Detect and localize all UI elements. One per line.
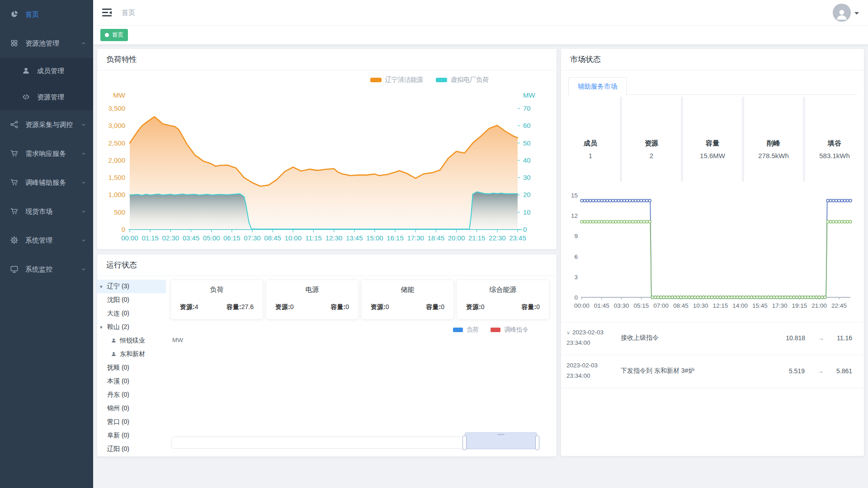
sidebar-subitem-label: 成员管理 <box>37 67 87 75</box>
gear-icon <box>10 236 19 245</box>
svg-text:05:00: 05:00 <box>203 234 220 242</box>
sidebar: 首页资源池管理成员管理资源管理资源采集与调控需求响应服务调峰辅助服务现货市场系统… <box>0 0 93 488</box>
sidebar-subitem-1-1[interactable]: 资源管理 <box>0 84 93 110</box>
legend-label: 辽宁清洁能源 <box>385 76 423 84</box>
sidebar-item-label: 首页 <box>25 10 87 19</box>
svg-text:3: 3 <box>574 274 578 281</box>
svg-text:08:45: 08:45 <box>673 302 689 309</box>
svg-text:17:30: 17:30 <box>772 302 788 309</box>
tree-node-10[interactable]: 营口 (0) <box>97 415 166 429</box>
tree-node-4[interactable]: 恒锐镁业 <box>97 334 166 347</box>
tree-node-label: 恒锐镁业 <box>120 337 145 345</box>
svg-text:15:45: 15:45 <box>752 302 768 309</box>
slider-handle-left[interactable] <box>462 436 467 450</box>
legend-item-1[interactable]: 虚拟电厂负荷 <box>436 76 489 84</box>
sidebar-item-1[interactable]: 资源池管理 <box>0 29 93 58</box>
sidebar-item-6[interactable]: 系统管理 <box>0 226 93 255</box>
sidebar-toggle-icon[interactable] <box>102 9 112 17</box>
svg-text:01:45: 01:45 <box>594 302 609 309</box>
tree-node-7[interactable]: 本溪 (0) <box>97 375 166 388</box>
market-stat-label: 削峰 <box>767 139 780 148</box>
svg-text:02:30: 02:30 <box>162 234 179 242</box>
breadcrumb[interactable]: 首页 <box>122 9 135 17</box>
legend-item-0[interactable]: 负荷 <box>453 326 479 334</box>
tree-node-3[interactable]: ▾鞍山 (2) <box>97 320 166 334</box>
caret-expanded-icon[interactable]: ▾ <box>100 324 107 330</box>
market-status-panel: 市场状态 辅助服务市场 成员1资源2容量15.6MW削峰278.5kWh填谷58… <box>561 48 864 456</box>
sidebar-item-7[interactable]: 系统监控 <box>0 255 93 284</box>
market-stat-label: 填谷 <box>828 139 841 148</box>
load-chart-area: 辽宁清洁能源虚拟电厂负荷 00:0001:1502:3003:4505:0006… <box>97 70 557 250</box>
tag-home[interactable]: 首页 <box>100 29 128 41</box>
run-chart-legend: 负荷调峰指令 <box>170 326 528 334</box>
tree-node-1[interactable]: 沈阳 (0) <box>97 293 166 307</box>
run-status-body: ▾辽宁 (3)沈阳 (0)大连 (0)▾鞍山 (2)恒锐镁业东和新材抚顺 (0)… <box>97 276 557 456</box>
stat-value: 资源:4 <box>180 303 198 311</box>
event-values: 10.818→11.16 <box>786 334 856 342</box>
legend-item-1[interactable]: 调峰指令 <box>491 326 528 334</box>
tree-node-5[interactable]: 东和新材 <box>97 347 166 361</box>
avatar[interactable] <box>833 4 851 22</box>
svg-text:15:00: 15:00 <box>366 234 383 242</box>
tree-node-8[interactable]: 丹东 (0) <box>97 388 166 402</box>
resource-card-title: 储能 <box>371 286 444 294</box>
sidebar-item-0[interactable]: 首页 <box>0 0 93 29</box>
legend-item-0[interactable]: 辽宁清洁能源 <box>370 76 423 84</box>
sidebar-item-3[interactable]: 需求响应服务 <box>0 139 93 168</box>
chevron-down-icon <box>80 122 87 128</box>
sidebar-item-4[interactable]: 调峰辅助服务 <box>0 168 93 197</box>
svg-text:50: 50 <box>523 139 531 147</box>
svg-text:00:00: 00:00 <box>121 234 138 242</box>
sidebar-item-2[interactable]: 资源采集与调控 <box>0 110 93 139</box>
run-chart-unit: MW <box>172 337 549 343</box>
sidebar-item-label: 现货市场 <box>25 207 80 216</box>
sidebar-item-5[interactable]: 现货市场 <box>0 197 93 226</box>
svg-text:18:45: 18:45 <box>428 234 445 242</box>
tree-node-6[interactable]: 抚顺 (0) <box>97 361 166 375</box>
chevron-down-icon[interactable]: ∨ <box>566 330 570 335</box>
event-row-0[interactable]: ∨2023-02-03 23:34:00接收上级指令10.818→11.16 <box>561 322 864 355</box>
tree-node-11[interactable]: 阜新 (0) <box>97 429 166 442</box>
resource-card-title: 负荷 <box>180 286 254 294</box>
tree-node-9[interactable]: 锦州 (0) <box>97 402 166 415</box>
svg-text:0: 0 <box>574 294 578 301</box>
tree-node-label: 丹东 (0) <box>107 391 129 399</box>
svg-text:10:30: 10:30 <box>693 302 708 309</box>
svg-text:2,500: 2,500 <box>108 139 125 147</box>
svg-text:08:45: 08:45 <box>264 234 281 242</box>
slider-grip[interactable] <box>465 432 537 436</box>
svg-text:2,000: 2,000 <box>108 156 125 164</box>
tag-active-dot-icon <box>105 33 109 37</box>
svg-text:07:00: 07:00 <box>653 302 669 309</box>
tree-node-label: 本溪 (0) <box>107 377 129 385</box>
resource-card-stats: 资源:0容量:0 <box>466 303 540 311</box>
sidebar-subitem-1-0[interactable]: 成员管理 <box>0 58 93 84</box>
event-row-1[interactable]: 2023-02-03 23:34:00下发指令到 东和新材 3#炉5.519→5… <box>561 355 864 388</box>
svg-text:22:30: 22:30 <box>489 234 506 242</box>
caret-expanded-icon[interactable]: ▾ <box>100 284 107 290</box>
svg-text:22:45: 22:45 <box>831 302 847 309</box>
tree-node-label: 营口 (0) <box>107 418 129 426</box>
sidebar-subitem-label: 资源管理 <box>37 93 87 102</box>
tab-ancillary-market[interactable]: 辅助服务市场 <box>568 77 627 95</box>
tree-node-0[interactable]: ▾辽宁 (3) <box>97 280 166 293</box>
svg-text:21:00: 21:00 <box>811 302 827 309</box>
event-values: 5.519→5.861 <box>789 367 856 375</box>
stat-value: 容量:0 <box>426 303 444 311</box>
run-status-panel: 运行状态 ▾辽宁 (3)沈阳 (0)大连 (0)▾鞍山 (2)恒锐镁业东和新材抚… <box>97 254 557 457</box>
tree-node-label: 东和新材 <box>120 350 145 358</box>
svg-text:20: 20 <box>523 191 531 198</box>
slider-handle-right[interactable] <box>535 436 539 450</box>
stat-value: 资源:0 <box>371 303 389 311</box>
slider-window[interactable] <box>464 436 538 449</box>
market-stat-4: 填谷583.1kWh <box>805 97 864 182</box>
market-stats-row: 成员1资源2容量15.6MW削峰278.5kWh填谷583.1kWh <box>561 97 864 182</box>
chevron-down-icon <box>80 237 87 244</box>
load-characteristics-panel: 负荷特性 辽宁清洁能源虚拟电厂负荷 00:0001:1502:3003:4505… <box>97 48 557 249</box>
tree-node-2[interactable]: 大连 (0) <box>97 307 166 320</box>
market-stat-value: 583.1kWh <box>819 152 850 160</box>
legend-swatch-icon <box>436 78 447 82</box>
user-dropdown-caret-icon[interactable] <box>854 12 859 17</box>
tree-node-12[interactable]: 辽阳 (0) <box>97 442 166 456</box>
tree-node-13[interactable]: 盘锦 (0) <box>97 456 166 456</box>
